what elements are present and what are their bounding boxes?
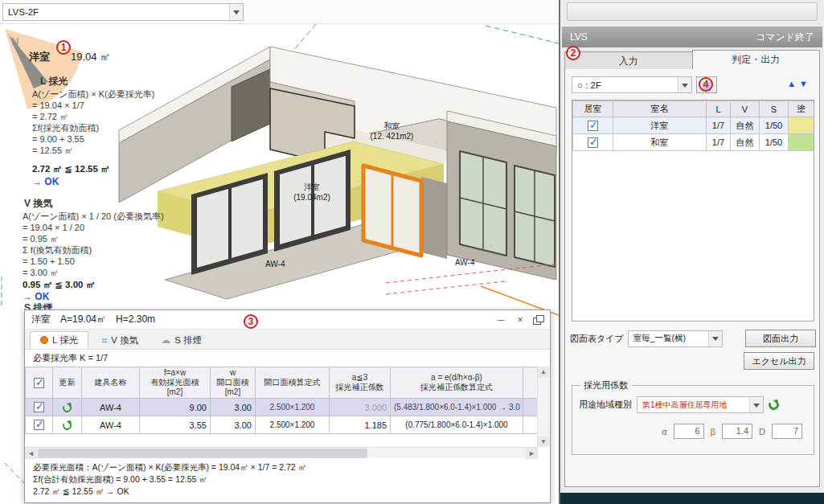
sort-down-icon[interactable]: ▼ — [799, 79, 808, 88]
room-table: 居室 室名 L V S 塗 ✓ 洋室 1/7 自然 — [572, 100, 814, 151]
chevron-down-icon — [708, 331, 722, 346]
d-input[interactable]: 7 — [772, 424, 802, 439]
daylight-calc-lines: A(ゾーン面積) × K(必要採光率) = 19.04 × 1/7 = 2.72… — [32, 88, 154, 156]
drawing-output-button[interactable]: 図面出力 — [745, 330, 816, 347]
yoshitsu-label: 洋室 (19.04m2) — [283, 182, 341, 203]
room-checkbox[interactable]: ✓ — [588, 121, 598, 131]
callout-3: 3 — [244, 314, 258, 329]
fixture-table: ✓ 更新 建具名称 f=a×w有効採光面積[m2] w開口面積[m2] 開口面積… — [25, 367, 538, 434]
room-row[interactable]: ✓ 和室 1/7 自然 1/50 — [573, 134, 814, 151]
building-model — [119, 47, 556, 299]
refresh-icon[interactable] — [61, 402, 72, 413]
floor-selector[interactable]: ○ : 2F — [572, 76, 692, 93]
popout-icon[interactable] — [533, 315, 543, 324]
detail-panel-titlebar: 洋室 A=19.04㎡ H=2.30m ─ × — [25, 310, 550, 330]
zone-name: 洋室 — [29, 51, 50, 63]
detail-panel-title: 洋室 A=19.04㎡ H=2.30m — [31, 313, 488, 326]
zone-annotation: 洋室19.04 ㎡ — [29, 50, 110, 64]
view-toolbar: LVS-2F — [0, 0, 559, 24]
panel-tabs: 入力 判定・出力 — [564, 50, 820, 70]
coefficient-group-title: 採光用係数 — [580, 379, 631, 391]
callout-1: 1 — [56, 40, 71, 55]
washitsu-label: 和室 (12. 421m2) — [358, 121, 426, 141]
zone-type-row: 用途地域種別 第1種中高層住居専用地 — [579, 396, 807, 413]
scrollbar-thumb[interactable] — [38, 449, 367, 458]
coefficient-values-row: α 6 β 1.4 D 7 — [579, 424, 807, 439]
row-checkbox[interactable]: ✓ — [34, 402, 44, 412]
close-icon[interactable]: × — [514, 314, 527, 326]
detail-tabs: L 採光 ≈ V 換気 ☁ S 排煙 — [25, 330, 550, 350]
excel-row: エクセル出力 — [744, 352, 814, 370]
room-row[interactable]: ✓ 洋室 1/7 自然 1/50 — [573, 117, 814, 134]
side-panel: LVS コマンド終了 2 入力 判定・出力 ○ : 2F ▦ 4 ▲▼ — [559, 0, 824, 504]
tab-input[interactable]: 入力 — [564, 51, 692, 70]
chevron-down-icon — [678, 77, 691, 92]
main-area: LVS-2F — [0, 0, 559, 504]
callout-2: 2 — [566, 46, 580, 60]
refresh-coefficients-icon[interactable] — [767, 398, 781, 412]
row-checkbox[interactable]: ✓ — [34, 420, 44, 430]
daylight-detail-panel: 3 洋室 A=19.04㎡ H=2.30m ─ × L 採光 ≈ V 換気 — [24, 309, 551, 503]
scroll-down-icon: ▼ — [538, 436, 549, 447]
fixture-table-header: ✓ 更新 建具名称 f=a×w有効採光面積[m2] w開口面積[m2] 開口面積… — [26, 367, 539, 399]
ventilation-result: 0.95 ㎡ ≦ 3.00 ㎡ — [23, 279, 95, 291]
drawing-type-label: 図面表タイプ — [570, 333, 624, 345]
required-rate-text: 必要採光率 K = 1/7 — [25, 350, 550, 367]
room-color-swatch[interactable] — [789, 134, 814, 150]
window-left-tag: AW-4 — [265, 259, 285, 269]
window-aw4-selected-highlight — [363, 166, 421, 256]
daylight-coefficient-group: 採光用係数 用途地域種別 第1種中高層住居専用地 α 6 β 1.4 D 7 — [572, 379, 814, 455]
view-selector-value: LVS-2F — [8, 7, 39, 17]
zone-area: 19.04 ㎡ — [71, 51, 110, 63]
excel-output-button[interactable]: エクセル出力 — [744, 352, 814, 370]
chevron-down-icon — [229, 4, 243, 20]
drawing-type-row: 図面表タイプ 室毎_一覧(横) 図面出力 — [570, 330, 816, 347]
output-tab-content: ○ : 2F ▦ 4 ▲▼ 居室 室名 L — [564, 69, 820, 487]
minimize-icon[interactable]: ─ — [494, 314, 507, 326]
daylight-verdict: → OK — [32, 176, 59, 187]
app-window: LVS-2F — [0, 0, 824, 504]
3d-viewport[interactable]: N 1 洋室19.04 ㎡ L 採光 A(ゾーン面積) × K(必要採光率) =… — [0, 24, 559, 504]
tab-ventilation[interactable]: ≈ V 換気 — [92, 331, 148, 349]
status-strip — [560, 493, 824, 504]
radio-selected-icon — [40, 336, 48, 344]
beta-label: β — [711, 427, 715, 436]
tab-smoke[interactable]: ☁ S 排煙 — [151, 331, 211, 349]
smoke-icon: ☁ — [161, 334, 170, 346]
d-label: D — [759, 427, 765, 436]
horizontal-scrollbar[interactable]: ◄ ► — [25, 447, 538, 458]
daylight-section-title: L 採光 — [40, 75, 68, 88]
panel-title: LVS — [570, 31, 588, 43]
alpha-label: α — [662, 427, 666, 436]
fixture-table-wrap: ✓ 更新 建具名称 f=a×w有効採光面積[m2] w開口面積[m2] 開口面積… — [25, 367, 538, 447]
sort-up-icon[interactable]: ▲ — [787, 79, 796, 88]
tab-output[interactable]: 判定・出力 — [692, 50, 821, 70]
zone-type-label: 用途地域種別 — [579, 399, 632, 411]
alpha-input[interactable]: 6 — [674, 424, 704, 439]
window-right-2 — [514, 166, 555, 267]
room-checkbox[interactable]: ✓ — [588, 137, 598, 148]
drawing-type-selector[interactable]: 室毎_一覧(横) — [628, 330, 723, 347]
scroll-right-icon[interactable]: ► — [526, 448, 538, 459]
view-selector[interactable]: LVS-2F — [2, 3, 244, 21]
zone-type-selector[interactable]: 第1種中高層住居専用地 — [637, 396, 764, 413]
tab-daylight[interactable]: L 採光 — [30, 331, 88, 349]
command-end-button[interactable]: コマンド終了 — [756, 31, 814, 44]
fixture-row[interactable]: ✓ AW-4 9.00 3.00 2.500×1.200 3.000 (5.48… — [26, 399, 539, 416]
fixture-row[interactable]: ✓ AW-4 3.55 3.00 2.500×1.200 1.185 (0.77… — [26, 416, 539, 434]
scroll-up-icon: ▲ — [538, 367, 549, 377]
ventilation-calc-lines: A(ゾーン面積) × 1 / 20 (必要換気率) = 19.04 × 1 / … — [23, 211, 164, 278]
select-all-checkbox[interactable]: ✓ — [34, 378, 44, 388]
room-list: 居室 室名 L V S 塗 ✓ 洋室 1/7 自然 — [572, 100, 814, 322]
room-table-header: 居室 室名 L V S 塗 — [573, 101, 814, 117]
beta-input[interactable]: 1.4 — [722, 424, 752, 439]
collapsed-toolbar[interactable] — [567, 2, 818, 21]
panel-header: LVS コマンド終了 — [562, 27, 822, 47]
ventilation-verdict: → OK — [23, 291, 49, 302]
room-color-swatch[interactable] — [789, 117, 814, 133]
refresh-icon[interactable] — [61, 420, 72, 431]
vertical-scrollbar[interactable]: ▲▼ — [537, 367, 549, 447]
wave-icon: ≈ — [101, 334, 107, 346]
scroll-left-icon[interactable]: ◄ — [25, 448, 37, 459]
callout-4: 4 — [699, 77, 713, 92]
